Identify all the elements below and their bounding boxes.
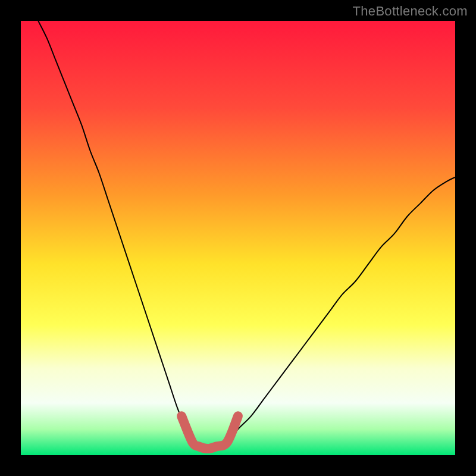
watermark-label: TheBottleneck.com <box>353 4 468 19</box>
page-frame: TheBottleneck.com <box>0 0 476 476</box>
chart-plot <box>21 21 455 455</box>
chart-svg <box>21 21 455 455</box>
